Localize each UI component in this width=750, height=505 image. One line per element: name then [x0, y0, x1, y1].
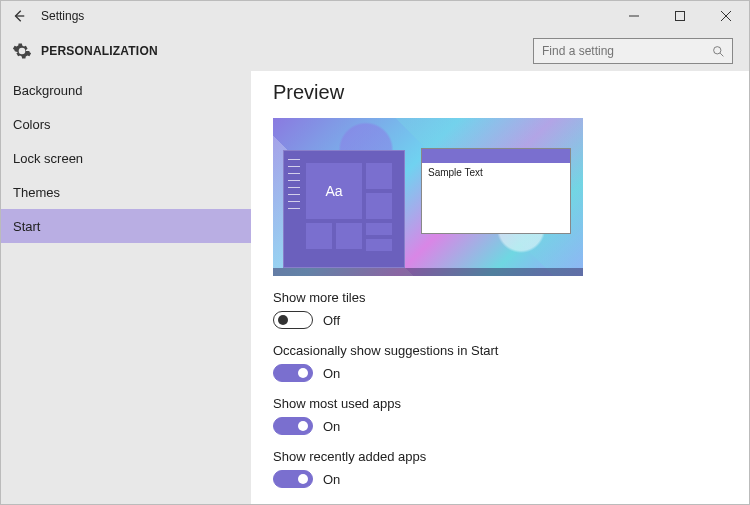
- page-title: PERSONALIZATION: [41, 44, 158, 58]
- toggle-row: On: [273, 470, 727, 488]
- toggle-row: On: [273, 417, 727, 435]
- toggle-row: Off: [273, 311, 727, 329]
- setting-label: Show most used apps: [273, 396, 727, 411]
- sidebar-item-lock-screen[interactable]: Lock screen: [1, 141, 251, 175]
- back-button[interactable]: [1, 1, 37, 31]
- settings-list: Show more tilesOffOccasionally show sugg…: [273, 290, 727, 504]
- svg-line-6: [720, 53, 723, 56]
- toggle-switch[interactable]: [273, 470, 313, 488]
- maximize-button[interactable]: [657, 1, 703, 31]
- content-pane: Preview Aa Sample Text: [251, 71, 749, 504]
- preview-heading: Preview: [273, 81, 727, 104]
- preview-tile-large: Aa: [306, 163, 362, 219]
- toggle-state-label: Off: [323, 313, 340, 328]
- preview-tile: [306, 223, 332, 249]
- setting-group: Occasionally show suggestions in StartOn: [273, 343, 727, 382]
- toggle-switch[interactable]: [273, 364, 313, 382]
- preview-tile: [366, 163, 392, 189]
- maximize-icon: [675, 11, 685, 21]
- toggle-state-label: On: [323, 366, 340, 381]
- setting-group: Show more tilesOff: [273, 290, 727, 329]
- toggle-knob: [298, 421, 308, 431]
- minimize-button[interactable]: [611, 1, 657, 31]
- search-input[interactable]: [542, 44, 710, 58]
- gear-icon: [11, 40, 33, 62]
- search-icon: [710, 45, 726, 58]
- toggle-row: On: [273, 364, 727, 382]
- body: BackgroundColorsLock screenThemesStart P…: [1, 71, 749, 504]
- sidebar-item-themes[interactable]: Themes: [1, 175, 251, 209]
- preview-start-list: [288, 159, 300, 259]
- setting-label: Occasionally show suggestions in Start: [273, 343, 727, 358]
- search-box[interactable]: [533, 38, 733, 64]
- sidebar-item-colors[interactable]: Colors: [1, 107, 251, 141]
- setting-label: Show more tiles: [273, 290, 727, 305]
- setting-group: Show recently added appsOn: [273, 449, 727, 488]
- preview-sample-window: Sample Text: [421, 148, 571, 234]
- preview-tile: [366, 193, 392, 219]
- preview-start-menu: Aa: [283, 150, 405, 268]
- toggle-state-label: On: [323, 419, 340, 434]
- minimize-icon: [629, 11, 639, 21]
- svg-point-5: [713, 46, 720, 53]
- toggle-switch[interactable]: [273, 311, 313, 329]
- window-controls: [611, 1, 749, 31]
- setting-group: Use Start full screenOff: [273, 502, 727, 504]
- sidebar-item-start[interactable]: Start: [1, 209, 251, 243]
- header: PERSONALIZATION: [1, 31, 749, 71]
- preview-taskbar: [273, 268, 583, 276]
- titlebar: Settings: [1, 1, 749, 31]
- preview-window-text: Sample Text: [422, 163, 570, 182]
- window-title: Settings: [37, 9, 84, 23]
- preview-tile: [366, 239, 392, 251]
- preview-thumbnail: Aa Sample Text: [273, 118, 583, 276]
- svg-rect-2: [676, 12, 685, 21]
- toggle-knob: [298, 474, 308, 484]
- toggle-state-label: On: [323, 472, 340, 487]
- toggle-knob: [298, 368, 308, 378]
- setting-label: Use Start full screen: [273, 502, 727, 504]
- setting-group: Show most used appsOn: [273, 396, 727, 435]
- close-icon: [721, 11, 731, 21]
- toggle-knob: [278, 315, 288, 325]
- setting-label: Show recently added apps: [273, 449, 727, 464]
- preview-tiles: Aa: [306, 157, 398, 261]
- sidebar-item-background[interactable]: Background: [1, 73, 251, 107]
- close-button[interactable]: [703, 1, 749, 31]
- back-arrow-icon: [12, 9, 26, 23]
- preview-window-titlebar: [422, 149, 570, 163]
- sidebar: BackgroundColorsLock screenThemesStart: [1, 71, 251, 504]
- preview-tile: [366, 223, 392, 235]
- toggle-switch[interactable]: [273, 417, 313, 435]
- header-left: PERSONALIZATION: [11, 40, 158, 62]
- preview-tile: [336, 223, 362, 249]
